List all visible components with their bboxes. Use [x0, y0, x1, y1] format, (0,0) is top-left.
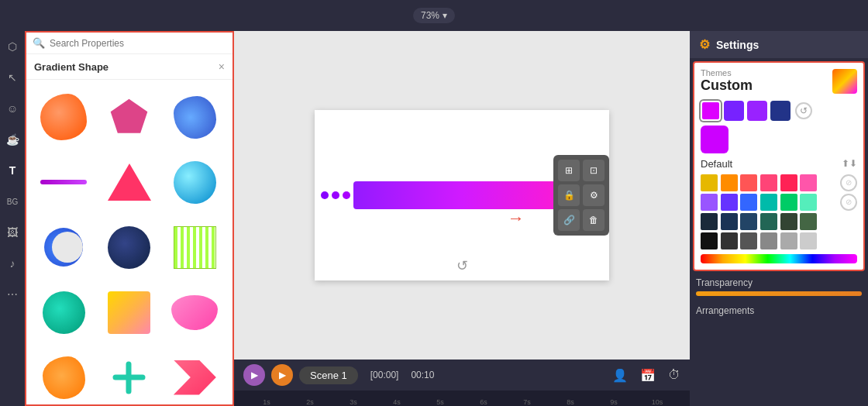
- list-item[interactable]: [164, 281, 226, 343]
- swatch[interactable]: [740, 174, 757, 191]
- list-item[interactable]: [164, 346, 226, 404]
- no-btn-row1: ⊘: [820, 174, 857, 191]
- transparency-bar[interactable]: [696, 291, 862, 296]
- zoom-value: 73%: [421, 10, 439, 21]
- transparency-section: Transparency: [690, 274, 868, 299]
- swatch[interactable]: [780, 194, 797, 211]
- rainbow-bar[interactable]: [701, 254, 857, 263]
- list-item[interactable]: [98, 216, 160, 278]
- timer-icon[interactable]: ⏱: [668, 368, 680, 382]
- no-btn-row2: ⊘: [820, 194, 857, 211]
- gear-icon[interactable]: ⚙: [583, 184, 604, 206]
- list-item[interactable]: [33, 346, 95, 404]
- settings-title: Settings: [716, 39, 759, 51]
- swatch[interactable]: [740, 232, 757, 249]
- list-item[interactable]: [98, 281, 160, 343]
- top-bar: 73% ▾: [0, 0, 868, 31]
- default-label: Default: [701, 158, 732, 170]
- list-item[interactable]: [164, 86, 226, 148]
- swatch[interactable]: [701, 232, 718, 249]
- palette-swatch-3[interactable]: [747, 101, 767, 121]
- active-color-box[interactable]: [701, 126, 728, 153]
- list-item[interactable]: [98, 86, 160, 148]
- swatch[interactable]: [800, 174, 817, 191]
- swatch[interactable]: [740, 213, 757, 230]
- timeline-ticks: 1s 2s 3s 4s 5s 6s 7s 8s 9s 10s: [237, 391, 687, 406]
- coffee-icon[interactable]: ☕: [3, 130, 22, 149]
- swatch[interactable]: [800, 232, 817, 249]
- list-item[interactable]: [164, 151, 226, 213]
- arrangements-label: Arrangements: [696, 305, 862, 316]
- themes-label: Themes: [701, 69, 753, 77]
- shape-panel-title: Gradient Shape: [34, 61, 108, 73]
- refresh-icon[interactable]: ↺: [456, 257, 468, 274]
- swatch[interactable]: [760, 213, 777, 230]
- swatch[interactable]: [721, 194, 738, 211]
- music-icon[interactable]: ♪: [3, 254, 22, 273]
- swatch[interactable]: [701, 194, 718, 211]
- user-icon[interactable]: ☺: [3, 99, 22, 118]
- swatch[interactable]: [721, 174, 738, 191]
- swatch[interactable]: [760, 174, 777, 191]
- swatch[interactable]: [760, 232, 777, 249]
- list-item[interactable]: [33, 281, 95, 343]
- spacer: [820, 213, 857, 230]
- themes-section: Themes Custom ↺ Default ⬆⬇: [693, 61, 865, 271]
- play-button2[interactable]: ▶: [271, 364, 293, 386]
- lock-icon[interactable]: 🔒: [558, 184, 580, 206]
- timeline-icons: 👤 📅 ⏱: [612, 368, 680, 383]
- link-icon[interactable]: 🔗: [558, 209, 580, 231]
- list-item[interactable]: [33, 216, 95, 278]
- swatch[interactable]: [780, 213, 797, 230]
- swatch[interactable]: [780, 174, 797, 191]
- copy-icon[interactable]: ⊞: [558, 160, 580, 181]
- list-item[interactable]: [33, 151, 95, 213]
- list-item[interactable]: [164, 216, 226, 278]
- swatch[interactable]: [760, 194, 777, 211]
- refresh-palette-button[interactable]: ↺: [795, 102, 812, 119]
- bg-icon[interactable]: BG: [3, 192, 22, 211]
- cursor-icon[interactable]: ⬡: [3, 37, 22, 56]
- avatar-icon[interactable]: 👤: [612, 368, 628, 383]
- search-input[interactable]: [50, 38, 226, 49]
- list-item[interactable]: [98, 346, 160, 404]
- pointer-icon[interactable]: ↖: [3, 68, 22, 87]
- swatch[interactable]: [740, 194, 757, 211]
- no-button-1[interactable]: ⊘: [840, 174, 857, 191]
- palette-swatch-2[interactable]: [724, 101, 744, 121]
- tick-4s: 4s: [375, 398, 418, 406]
- transparency-label: Transparency: [696, 277, 862, 288]
- close-icon[interactable]: ×: [219, 60, 225, 73]
- transform-icon[interactable]: ⊡: [583, 160, 604, 181]
- timeline: ▶ ▶ Scene 1 [00:00] 00:10 👤 📅 ⏱ 1s 2s 3s…: [234, 360, 690, 406]
- no-button-2[interactable]: ⊘: [840, 194, 857, 211]
- text-icon[interactable]: T: [3, 161, 22, 180]
- image-icon[interactable]: 🖼: [3, 223, 22, 242]
- delete-icon[interactable]: 🗑: [583, 209, 604, 231]
- scene-label[interactable]: Scene 1: [299, 366, 358, 384]
- swatch[interactable]: [721, 232, 738, 249]
- swatch[interactable]: [800, 213, 817, 230]
- swatch[interactable]: [780, 232, 797, 249]
- swatch[interactable]: [701, 174, 718, 191]
- swatch[interactable]: [800, 194, 817, 211]
- themes-gradient-icon[interactable]: [832, 69, 857, 94]
- dots-left: [321, 191, 350, 199]
- list-item[interactable]: [33, 86, 95, 148]
- palette-swatch-4[interactable]: [770, 101, 790, 121]
- canvas-frame[interactable]: ↺ ⊞ ⊡ 🔒 ⚙ 🔗 🗑: [315, 110, 609, 280]
- play-button[interactable]: ▶: [243, 364, 265, 386]
- calendar-icon[interactable]: 📅: [640, 368, 656, 383]
- swatch[interactable]: [721, 213, 738, 230]
- zoom-chevron-icon: ▾: [443, 10, 447, 21]
- default-dropdown-icon[interactable]: ⬆⬇: [842, 158, 857, 169]
- shape-panel-header: Gradient Shape ×: [26, 54, 232, 80]
- palette-swatch-1[interactable]: [701, 101, 721, 121]
- zoom-indicator[interactable]: 73% ▾: [413, 8, 455, 23]
- time-end: 00:10: [411, 370, 434, 380]
- tick-9s: 9s: [592, 398, 636, 406]
- main-area: ⬡ ↖ ☺ ☕ T BG 🖼 ♪ ⋯ 🔍 Gradient Shape ×: [0, 31, 868, 406]
- dots-icon[interactable]: ⋯: [3, 285, 22, 304]
- swatch[interactable]: [701, 213, 718, 230]
- list-item[interactable]: [98, 151, 160, 213]
